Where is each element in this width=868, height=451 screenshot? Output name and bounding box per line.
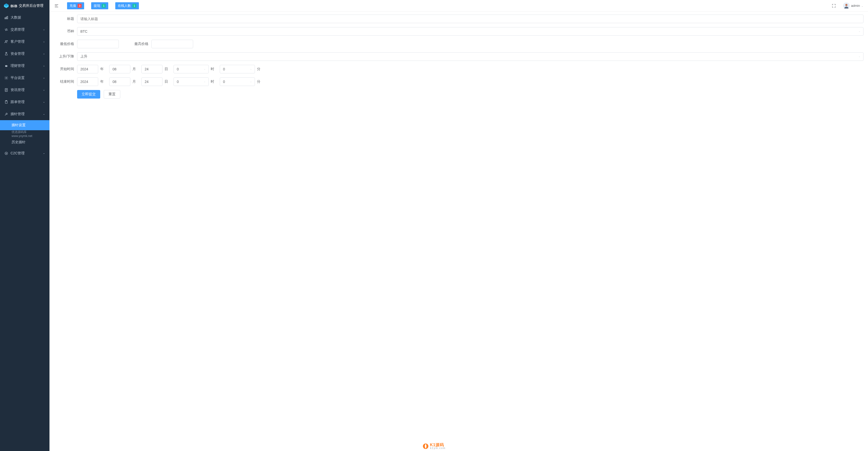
- sidebar: BiB 交易所后台管理 大数据 交易管理 客户管理 资金管理: [0, 0, 50, 451]
- label-title: 标题: [54, 17, 74, 21]
- sidebar-item-copytrade[interactable]: 跟单管理: [0, 96, 50, 108]
- unit-month: 月: [132, 67, 136, 72]
- brand-logo-text: BiB: [10, 4, 17, 8]
- money-bag-icon: [4, 52, 8, 56]
- sidebar-item-platform[interactable]: 平台设置: [0, 72, 50, 84]
- sidebar-item-label: 平台设置: [10, 76, 42, 80]
- topbar-btn-count: 3: [78, 4, 82, 8]
- user-menu[interactable]: admin: [843, 2, 864, 9]
- topbar-btn-withdraw[interactable]: 提现 1: [91, 2, 108, 9]
- sidebar-item-label: 交易管理: [10, 27, 42, 32]
- brand-logo-icon: [3, 3, 9, 8]
- reset-button[interactable]: 重置: [104, 90, 120, 98]
- sidebar-item-label: 资讯管理: [10, 88, 42, 92]
- chevron-down-icon: [42, 52, 45, 55]
- watermark-sub: k1ym.com: [430, 447, 446, 450]
- form-content: 标题 币种 最低价格 最高价格 上升/下降: [50, 11, 868, 451]
- svg-rect-2: [5, 18, 5, 19]
- fullscreen-icon[interactable]: [832, 3, 836, 8]
- sidebar-item-c2c[interactable]: C2C管理: [0, 147, 50, 159]
- start-minute-select[interactable]: [220, 65, 255, 74]
- label-start-time: 开始时间: [54, 67, 74, 72]
- end-day-input[interactable]: [142, 78, 162, 86]
- circle-dot-icon: [4, 151, 8, 156]
- label-coin: 币种: [54, 29, 74, 34]
- end-year-input[interactable]: [77, 78, 98, 86]
- svg-point-13: [6, 113, 7, 114]
- end-minute-select[interactable]: [220, 78, 255, 86]
- topbar-btn-label: 提现: [94, 3, 100, 8]
- document-icon: [4, 88, 8, 92]
- menu-toggle-icon[interactable]: [54, 3, 59, 8]
- caret-down-icon: [861, 4, 864, 7]
- svg-rect-3: [6, 17, 7, 19]
- unit-year: 年: [100, 80, 104, 84]
- label-min-price: 最低价格: [54, 42, 74, 46]
- topbar-btn-count: 1: [132, 4, 136, 8]
- sidebar-item-label: 跟单管理: [10, 100, 42, 104]
- start-hour-select[interactable]: [174, 65, 209, 74]
- chevron-up-icon: [42, 113, 45, 116]
- topbar-btn-online[interactable]: 在线人数 1: [115, 2, 139, 9]
- sidebar-item-label: 理财管理: [10, 64, 42, 68]
- sidebar-subitem-pin-history[interactable]: 历史插针: [0, 137, 50, 147]
- sidebar-item-pin[interactable]: 插针管理: [0, 108, 50, 120]
- sidebar-item-bigdata[interactable]: 大数据: [0, 11, 50, 24]
- topbar-btn-label: 在线人数: [118, 3, 131, 8]
- sidebar-subitem-pin-settings[interactable]: 插针设置: [0, 120, 50, 130]
- svg-rect-4: [7, 16, 8, 19]
- coin-select[interactable]: [77, 27, 864, 36]
- label-direction: 上升/下降: [54, 54, 74, 59]
- end-month-input[interactable]: [109, 78, 130, 86]
- watermark-main: K1源码: [430, 443, 446, 447]
- piggy-bank-icon: [4, 64, 8, 68]
- unit-day: 日: [164, 67, 168, 72]
- chevron-down-icon: [42, 64, 45, 67]
- app-title: 交易所后台管理: [19, 3, 43, 8]
- sidebar-item-label: C2C管理: [10, 151, 42, 156]
- topbar-btn-label: 充值: [69, 3, 76, 8]
- sidebar-menu: 大数据 交易管理 客户管理 资金管理 理财管理: [0, 11, 50, 451]
- svg-point-5: [5, 40, 6, 41]
- end-hour-select[interactable]: [174, 78, 209, 86]
- unit-year: 年: [100, 67, 104, 72]
- max-price-input[interactable]: [151, 40, 193, 48]
- chevron-down-icon: [42, 28, 45, 31]
- start-day-input[interactable]: [142, 65, 162, 74]
- sidebar-subitem-label: 历史插针: [11, 140, 26, 145]
- sidebar-item-finance[interactable]: 理财管理: [0, 60, 50, 72]
- brand-bar: BiB 交易所后台管理: [0, 0, 50, 11]
- topbar-btn-recharge[interactable]: 充值 3: [67, 2, 84, 9]
- clipboard-icon: [4, 100, 8, 104]
- start-month-input[interactable]: [109, 65, 130, 74]
- sidebar-item-label: 大数据: [10, 15, 45, 20]
- swap-icon: [4, 27, 8, 32]
- start-year-input[interactable]: [77, 65, 98, 74]
- sidebar-item-news[interactable]: 资讯管理: [0, 84, 50, 96]
- sidebar-item-trade[interactable]: 交易管理: [0, 24, 50, 36]
- sidebar-item-funds[interactable]: 资金管理: [0, 48, 50, 60]
- unit-hour: 时: [211, 67, 215, 72]
- chevron-down-icon: [42, 101, 45, 104]
- title-input[interactable]: [77, 15, 864, 23]
- chevron-down-icon: [42, 88, 45, 91]
- label-max-price: 最高价格: [126, 42, 149, 46]
- sidebar-note-text: 优选源码库 www.yxymk.net: [11, 130, 45, 138]
- unit-minute: 分: [257, 80, 261, 84]
- avatar-icon: [843, 2, 850, 9]
- watermark-icon: [423, 443, 429, 450]
- sidebar-item-customer[interactable]: 客户管理: [0, 36, 50, 48]
- unit-month: 月: [132, 80, 136, 84]
- unit-minute: 分: [257, 67, 261, 72]
- chart-bar-icon: [4, 15, 8, 20]
- direction-select[interactable]: [77, 52, 864, 61]
- gear-icon: [4, 76, 8, 80]
- topbar: 充值 3 提现 1 在线人数 1 admin: [50, 0, 868, 11]
- users-icon: [4, 39, 8, 44]
- unit-hour: 时: [211, 80, 215, 84]
- main-area: 充值 3 提现 1 在线人数 1 admin: [50, 0, 868, 451]
- min-price-input[interactable]: [77, 40, 119, 48]
- submit-button[interactable]: 立即提交: [77, 90, 100, 98]
- sidebar-item-label: 客户管理: [10, 39, 42, 44]
- svg-point-17: [845, 4, 847, 6]
